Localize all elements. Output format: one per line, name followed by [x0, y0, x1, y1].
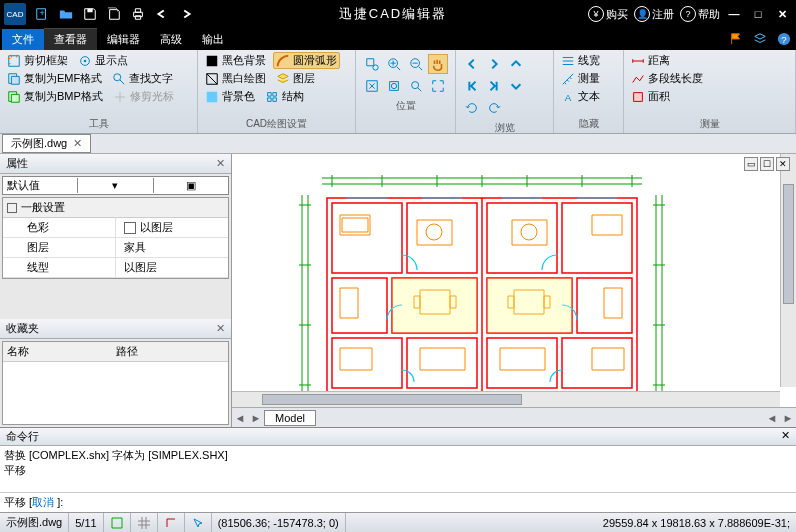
- svg-rect-91: [604, 288, 622, 318]
- prop-val[interactable]: 以图层: [116, 218, 229, 237]
- maximize-button[interactable]: □: [748, 4, 768, 24]
- close-fav-icon[interactable]: ✕: [216, 322, 225, 335]
- command-input[interactable]: 平移 [取消 ]:: [0, 492, 796, 512]
- flag-icon[interactable]: [726, 29, 746, 49]
- rotate-ccw-icon[interactable]: [484, 98, 504, 118]
- zoom-fit-icon[interactable]: [428, 76, 448, 96]
- svg-text:+: +: [39, 7, 45, 18]
- svg-rect-28: [634, 92, 643, 101]
- snap-icon[interactable]: [110, 516, 124, 530]
- status-page: 5/11: [69, 513, 103, 532]
- svg-rect-69: [487, 338, 557, 388]
- prop-val[interactable]: 以图层: [116, 258, 229, 277]
- svg-rect-2: [87, 9, 92, 13]
- help-icon[interactable]: ?: [774, 29, 794, 49]
- structure-button[interactable]: 结构: [262, 88, 307, 105]
- svg-rect-4: [135, 9, 140, 13]
- ortho-icon[interactable]: [164, 516, 178, 530]
- redo-icon[interactable]: [176, 4, 196, 24]
- tab-viewer[interactable]: 查看器: [44, 28, 97, 50]
- svg-rect-90: [340, 288, 358, 318]
- svg-rect-89: [592, 348, 624, 370]
- trim-cursor-button[interactable]: 修剪光标: [110, 88, 177, 105]
- grid-icon[interactable]: [137, 516, 151, 530]
- show-point-button[interactable]: 显示点: [75, 52, 131, 69]
- print-icon[interactable]: [128, 4, 148, 24]
- tab-advanced[interactable]: 高级: [150, 29, 192, 50]
- text-hide-button[interactable]: A文本: [558, 88, 619, 105]
- nav-up-icon[interactable]: [506, 54, 526, 74]
- svg-rect-63: [332, 338, 402, 388]
- model-prev-icon[interactable]: ◄: [232, 412, 248, 424]
- svg-rect-59: [332, 203, 402, 273]
- clip-frame-button[interactable]: 剪切框架: [4, 52, 71, 69]
- canvas-close-icon[interactable]: ✕: [776, 157, 790, 171]
- save-icon[interactable]: [80, 4, 100, 24]
- close-button[interactable]: ✕: [772, 4, 792, 24]
- svg-text:A: A: [565, 91, 572, 102]
- status-coords: (81506.36; -157478.3; 0): [212, 513, 346, 532]
- model-next2-icon[interactable]: ►: [780, 412, 796, 424]
- linewidth-button[interactable]: 线宽: [558, 52, 619, 69]
- smooth-arc-button[interactable]: 圆滑弧形: [273, 52, 340, 69]
- zoom-in-icon[interactable]: [384, 54, 404, 74]
- canvas-restore-icon[interactable]: ▭: [744, 157, 758, 171]
- buy-button[interactable]: ¥购买: [588, 6, 628, 22]
- svg-rect-8: [9, 55, 20, 66]
- close-cmd-icon[interactable]: ✕: [781, 429, 790, 444]
- cancel-link[interactable]: 取消: [32, 496, 54, 508]
- svg-point-25: [391, 83, 396, 88]
- model-prev2-icon[interactable]: ◄: [764, 412, 780, 424]
- tab-output[interactable]: 输出: [192, 29, 234, 50]
- zoom-out-icon[interactable]: [406, 54, 426, 74]
- drawing-canvas[interactable]: [232, 154, 796, 407]
- nav-right-icon[interactable]: [484, 54, 504, 74]
- area-button[interactable]: 面积: [628, 88, 791, 105]
- nav-last-icon[interactable]: [484, 76, 504, 96]
- zoom-extents-icon[interactable]: [384, 76, 404, 96]
- nav-first-icon[interactable]: [462, 76, 482, 96]
- open-icon[interactable]: [56, 4, 76, 24]
- prop-val[interactable]: 家具: [116, 238, 229, 257]
- default-value-combo[interactable]: 默认值▾▣: [2, 176, 229, 195]
- svg-rect-98: [392, 278, 477, 333]
- new-icon[interactable]: +: [32, 4, 52, 24]
- tab-file[interactable]: 文件: [2, 29, 44, 50]
- register-button[interactable]: 👤注册: [634, 6, 674, 22]
- nav-down-icon[interactable]: [506, 76, 526, 96]
- bg-color-button[interactable]: 背景色: [202, 88, 258, 105]
- zoom-window-icon[interactable]: [362, 54, 382, 74]
- saveall-icon[interactable]: [104, 4, 124, 24]
- copy-emf-button[interactable]: 复制为EMF格式: [4, 70, 105, 87]
- layers-icon[interactable]: [750, 29, 770, 49]
- help-button[interactable]: ?帮助: [680, 6, 720, 22]
- find-text-button[interactable]: 查找文字: [109, 70, 176, 87]
- canvas-scrollbar-h[interactable]: [232, 391, 780, 407]
- copy-bmp-button[interactable]: 复制为BMP格式: [4, 88, 106, 105]
- polyline-length-button[interactable]: 多段线长度: [628, 70, 791, 87]
- layers-button[interactable]: 图层: [273, 70, 318, 87]
- tab-editor[interactable]: 编辑器: [97, 29, 150, 50]
- nav-left-icon[interactable]: [462, 54, 482, 74]
- model-next-icon[interactable]: ►: [248, 412, 264, 424]
- minimize-button[interactable]: —: [724, 4, 744, 24]
- zoom-all-icon[interactable]: [362, 76, 382, 96]
- zoom-realtime-icon[interactable]: [406, 76, 426, 96]
- document-tab[interactable]: 示例图.dwg✕: [2, 134, 91, 153]
- svg-point-13: [114, 73, 121, 80]
- distance-button[interactable]: 距离: [628, 52, 791, 69]
- cursor-icon[interactable]: [191, 516, 205, 530]
- pan-hand-icon[interactable]: [428, 54, 448, 74]
- undo-icon[interactable]: [152, 4, 172, 24]
- canvas-max-icon[interactable]: ☐: [760, 157, 774, 171]
- bw-plot-button[interactable]: 黑白绘图: [202, 70, 269, 87]
- measure-hide-button[interactable]: 测量: [558, 70, 619, 87]
- black-bg-button[interactable]: 黑色背景: [202, 52, 269, 69]
- svg-rect-99: [487, 278, 572, 333]
- rotate-cw-icon[interactable]: [462, 98, 482, 118]
- model-tab[interactable]: Model: [264, 410, 316, 426]
- close-props-icon[interactable]: ✕: [216, 157, 225, 170]
- canvas-scrollbar-v[interactable]: [780, 154, 796, 387]
- section-general[interactable]: 一般设置: [3, 198, 228, 218]
- close-doc-icon[interactable]: ✕: [73, 137, 82, 150]
